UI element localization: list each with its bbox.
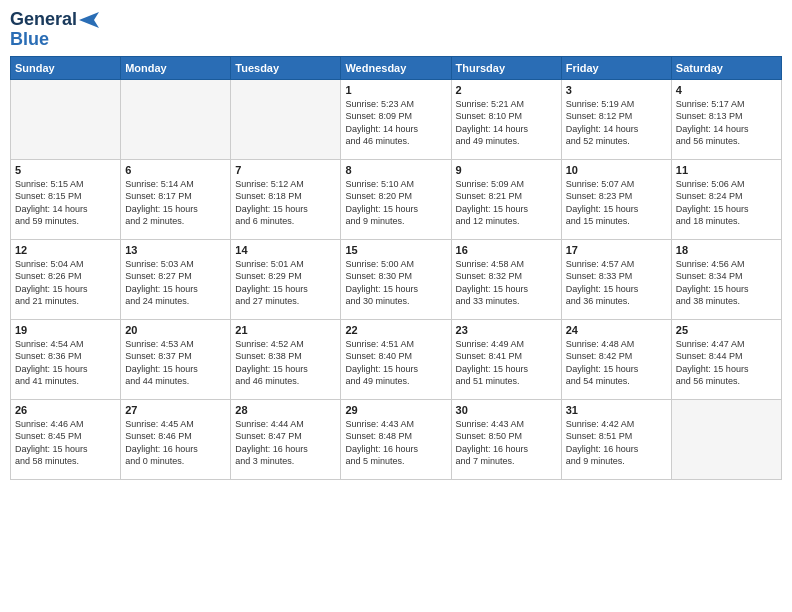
day-number: 12: [15, 244, 116, 256]
day-info: Sunrise: 4:42 AMSunset: 8:51 PMDaylight:…: [566, 418, 667, 468]
calendar-day: 27Sunrise: 4:45 AMSunset: 8:46 PMDayligh…: [121, 399, 231, 479]
calendar-day: 24Sunrise: 4:48 AMSunset: 8:42 PMDayligh…: [561, 319, 671, 399]
day-info: Sunrise: 5:09 AMSunset: 8:21 PMDaylight:…: [456, 178, 557, 228]
day-number: 28: [235, 404, 336, 416]
calendar-day: 1Sunrise: 5:23 AMSunset: 8:09 PMDaylight…: [341, 79, 451, 159]
day-info: Sunrise: 4:51 AMSunset: 8:40 PMDaylight:…: [345, 338, 446, 388]
calendar-day: [231, 79, 341, 159]
calendar-day: 13Sunrise: 5:03 AMSunset: 8:27 PMDayligh…: [121, 239, 231, 319]
weekday-header-tuesday: Tuesday: [231, 56, 341, 79]
day-info: Sunrise: 4:56 AMSunset: 8:34 PMDaylight:…: [676, 258, 777, 308]
day-number: 16: [456, 244, 557, 256]
calendar-day: 20Sunrise: 4:53 AMSunset: 8:37 PMDayligh…: [121, 319, 231, 399]
day-number: 8: [345, 164, 446, 176]
weekday-header-friday: Friday: [561, 56, 671, 79]
day-info: Sunrise: 5:06 AMSunset: 8:24 PMDaylight:…: [676, 178, 777, 228]
calendar-day: 10Sunrise: 5:07 AMSunset: 8:23 PMDayligh…: [561, 159, 671, 239]
day-number: 10: [566, 164, 667, 176]
day-number: 25: [676, 324, 777, 336]
day-info: Sunrise: 4:52 AMSunset: 8:38 PMDaylight:…: [235, 338, 336, 388]
logo-general: General: [10, 10, 77, 30]
calendar-day: 17Sunrise: 4:57 AMSunset: 8:33 PMDayligh…: [561, 239, 671, 319]
calendar-day: 2Sunrise: 5:21 AMSunset: 8:10 PMDaylight…: [451, 79, 561, 159]
day-info: Sunrise: 5:04 AMSunset: 8:26 PMDaylight:…: [15, 258, 116, 308]
calendar-day: 31Sunrise: 4:42 AMSunset: 8:51 PMDayligh…: [561, 399, 671, 479]
weekday-header-wednesday: Wednesday: [341, 56, 451, 79]
day-number: 15: [345, 244, 446, 256]
day-number: 23: [456, 324, 557, 336]
calendar-week-row: 5Sunrise: 5:15 AMSunset: 8:15 PMDaylight…: [11, 159, 782, 239]
day-info: Sunrise: 5:10 AMSunset: 8:20 PMDaylight:…: [345, 178, 446, 228]
day-number: 3: [566, 84, 667, 96]
day-number: 9: [456, 164, 557, 176]
calendar-day: 16Sunrise: 4:58 AMSunset: 8:32 PMDayligh…: [451, 239, 561, 319]
calendar-table: SundayMondayTuesdayWednesdayThursdayFrid…: [10, 56, 782, 480]
calendar-day: 30Sunrise: 4:43 AMSunset: 8:50 PMDayligh…: [451, 399, 561, 479]
day-info: Sunrise: 4:46 AMSunset: 8:45 PMDaylight:…: [15, 418, 116, 468]
day-info: Sunrise: 5:17 AMSunset: 8:13 PMDaylight:…: [676, 98, 777, 148]
day-number: 4: [676, 84, 777, 96]
day-info: Sunrise: 4:54 AMSunset: 8:36 PMDaylight:…: [15, 338, 116, 388]
day-info: Sunrise: 4:45 AMSunset: 8:46 PMDaylight:…: [125, 418, 226, 468]
calendar-day: 6Sunrise: 5:14 AMSunset: 8:17 PMDaylight…: [121, 159, 231, 239]
calendar-day: 14Sunrise: 5:01 AMSunset: 8:29 PMDayligh…: [231, 239, 341, 319]
logo-bird-icon: [79, 12, 99, 28]
calendar-day: 21Sunrise: 4:52 AMSunset: 8:38 PMDayligh…: [231, 319, 341, 399]
day-info: Sunrise: 4:43 AMSunset: 8:48 PMDaylight:…: [345, 418, 446, 468]
calendar-week-row: 12Sunrise: 5:04 AMSunset: 8:26 PMDayligh…: [11, 239, 782, 319]
day-number: 18: [676, 244, 777, 256]
day-number: 7: [235, 164, 336, 176]
calendar-day: 19Sunrise: 4:54 AMSunset: 8:36 PMDayligh…: [11, 319, 121, 399]
logo-text: General Blue: [10, 10, 99, 50]
day-info: Sunrise: 4:58 AMSunset: 8:32 PMDaylight:…: [456, 258, 557, 308]
day-info: Sunrise: 4:49 AMSunset: 8:41 PMDaylight:…: [456, 338, 557, 388]
calendar-day: 18Sunrise: 4:56 AMSunset: 8:34 PMDayligh…: [671, 239, 781, 319]
day-number: 31: [566, 404, 667, 416]
calendar-day: 25Sunrise: 4:47 AMSunset: 8:44 PMDayligh…: [671, 319, 781, 399]
day-number: 17: [566, 244, 667, 256]
day-info: Sunrise: 4:53 AMSunset: 8:37 PMDaylight:…: [125, 338, 226, 388]
calendar-day: [671, 399, 781, 479]
day-number: 1: [345, 84, 446, 96]
day-info: Sunrise: 5:23 AMSunset: 8:09 PMDaylight:…: [345, 98, 446, 148]
calendar-day: 12Sunrise: 5:04 AMSunset: 8:26 PMDayligh…: [11, 239, 121, 319]
calendar-week-row: 26Sunrise: 4:46 AMSunset: 8:45 PMDayligh…: [11, 399, 782, 479]
day-info: Sunrise: 5:07 AMSunset: 8:23 PMDaylight:…: [566, 178, 667, 228]
day-info: Sunrise: 4:47 AMSunset: 8:44 PMDaylight:…: [676, 338, 777, 388]
calendar-day: 5Sunrise: 5:15 AMSunset: 8:15 PMDaylight…: [11, 159, 121, 239]
svg-marker-0: [79, 12, 99, 28]
day-info: Sunrise: 5:21 AMSunset: 8:10 PMDaylight:…: [456, 98, 557, 148]
day-info: Sunrise: 4:57 AMSunset: 8:33 PMDaylight:…: [566, 258, 667, 308]
calendar-day: 26Sunrise: 4:46 AMSunset: 8:45 PMDayligh…: [11, 399, 121, 479]
calendar-body: 1Sunrise: 5:23 AMSunset: 8:09 PMDaylight…: [11, 79, 782, 479]
day-number: 20: [125, 324, 226, 336]
day-number: 24: [566, 324, 667, 336]
day-info: Sunrise: 4:44 AMSunset: 8:47 PMDaylight:…: [235, 418, 336, 468]
logo-blue: Blue: [10, 30, 49, 50]
weekday-header-saturday: Saturday: [671, 56, 781, 79]
weekday-header-thursday: Thursday: [451, 56, 561, 79]
day-info: Sunrise: 4:43 AMSunset: 8:50 PMDaylight:…: [456, 418, 557, 468]
day-info: Sunrise: 5:15 AMSunset: 8:15 PMDaylight:…: [15, 178, 116, 228]
day-info: Sunrise: 5:19 AMSunset: 8:12 PMDaylight:…: [566, 98, 667, 148]
calendar-day: 4Sunrise: 5:17 AMSunset: 8:13 PMDaylight…: [671, 79, 781, 159]
day-number: 21: [235, 324, 336, 336]
day-number: 13: [125, 244, 226, 256]
calendar-day: 11Sunrise: 5:06 AMSunset: 8:24 PMDayligh…: [671, 159, 781, 239]
page-header: General Blue: [10, 10, 782, 50]
day-number: 2: [456, 84, 557, 96]
day-number: 5: [15, 164, 116, 176]
day-info: Sunrise: 4:48 AMSunset: 8:42 PMDaylight:…: [566, 338, 667, 388]
day-info: Sunrise: 5:14 AMSunset: 8:17 PMDaylight:…: [125, 178, 226, 228]
day-number: 22: [345, 324, 446, 336]
calendar-day: [11, 79, 121, 159]
day-info: Sunrise: 5:12 AMSunset: 8:18 PMDaylight:…: [235, 178, 336, 228]
calendar-day: [121, 79, 231, 159]
day-number: 30: [456, 404, 557, 416]
calendar-week-row: 19Sunrise: 4:54 AMSunset: 8:36 PMDayligh…: [11, 319, 782, 399]
day-number: 29: [345, 404, 446, 416]
day-number: 27: [125, 404, 226, 416]
calendar-day: 8Sunrise: 5:10 AMSunset: 8:20 PMDaylight…: [341, 159, 451, 239]
day-info: Sunrise: 5:01 AMSunset: 8:29 PMDaylight:…: [235, 258, 336, 308]
calendar-day: 7Sunrise: 5:12 AMSunset: 8:18 PMDaylight…: [231, 159, 341, 239]
